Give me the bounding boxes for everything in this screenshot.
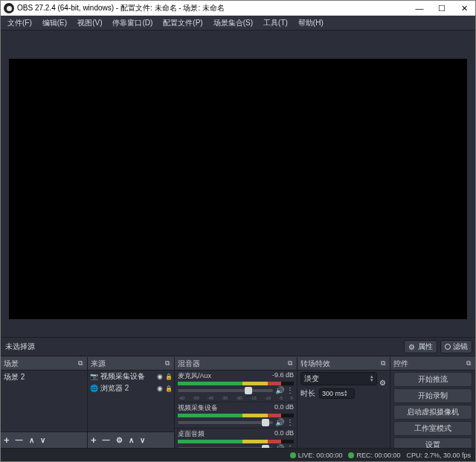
start-stream-button[interactable]: 开始推流 <box>393 372 472 387</box>
context-toolbar: 未选择源 属性 滤镜 <box>1 337 475 356</box>
volume-slider[interactable] <box>178 447 273 449</box>
docks-container: 场景 ⧉ 场景 2 + — ∧ ∨ 来源 ⧉ 📷 <box>1 356 475 448</box>
channel-name: 桌面音频 <box>178 429 205 439</box>
status-live: LIVE: 00:00:00 <box>290 452 343 459</box>
popout-icon[interactable]: ⧉ <box>286 359 294 368</box>
maximize-button[interactable]: ☐ <box>431 1 453 16</box>
source-label: 浏览器 2 <box>100 383 155 394</box>
lock-toggle[interactable]: 🔒 <box>165 385 173 392</box>
mixer-channel: 桌面音频0.0 dB🔊⋮ <box>175 429 297 448</box>
transition-settings-button[interactable] <box>379 375 387 382</box>
scenes-footer: + — ∧ ∨ <box>1 431 87 448</box>
menu-help[interactable]: 帮助(H) <box>293 16 329 30</box>
vu-meter <box>178 440 294 443</box>
window-title: OBS 27.2.4 (64-bit, windows) - 配置文件: 未命名… <box>17 3 408 13</box>
popout-icon[interactable]: ⧉ <box>164 359 171 368</box>
channel-db: 0.0 dB <box>274 403 294 413</box>
source-label: 视频采集设备 <box>100 371 155 382</box>
settings-button[interactable]: 设置 <box>393 437 472 448</box>
channel-name: 麦克风/Aux <box>178 371 211 381</box>
transitions-header[interactable]: 转场特效 ⧉ <box>298 357 390 370</box>
menu-tools[interactable]: 工具(T) <box>258 16 293 30</box>
chevron-updown-icon: ▴▾ <box>370 375 373 382</box>
properties-button[interactable]: 属性 <box>404 340 437 353</box>
scene-down-button[interactable]: ∨ <box>40 437 45 444</box>
properties-label: 属性 <box>418 341 433 352</box>
duration-value: 300 ms <box>322 390 344 397</box>
scenes-title: 场景 <box>4 359 19 369</box>
lock-toggle[interactable]: 🔒 <box>165 373 173 380</box>
speaker-icon[interactable]: 🔊 <box>275 418 284 426</box>
scenes-dock: 场景 ⧉ 场景 2 + — ∧ ∨ <box>1 357 88 448</box>
preview-canvas[interactable] <box>9 59 467 319</box>
transition-select[interactable]: 淡变 ▴▾ <box>300 372 377 385</box>
rec-dot-icon <box>348 452 354 458</box>
sources-footer: + — ⚙ ∧ ∨ <box>88 431 174 448</box>
statusbar: LIVE: 00:00:00 REC: 00:00:00 CPU: 2.7%, … <box>1 448 475 461</box>
context-label: 未选择源 <box>1 341 404 352</box>
source-row[interactable]: 🌐 浏览器 2 ◉ 🔒 <box>88 382 174 394</box>
mixer-header[interactable]: 混音器 ⧉ <box>175 357 297 370</box>
transitions-title: 转场特效 <box>300 359 330 369</box>
menu-edit[interactable]: 编辑(E) <box>37 16 72 30</box>
visibility-toggle[interactable]: ◉ <box>157 373 163 380</box>
remove-scene-button[interactable]: — <box>16 437 23 444</box>
minimize-button[interactable]: — <box>408 1 431 16</box>
channel-db: 0.0 dB <box>274 429 294 439</box>
sources-title: 来源 <box>91 359 106 369</box>
sources-dock: 来源 ⧉ 📷 视频采集设备 ◉ 🔒 🌐 浏览器 2 ◉ 🔒 <box>88 357 175 448</box>
volume-slider[interactable] <box>178 421 273 424</box>
transitions-dock: 转场特效 ⧉ 淡变 ▴▾ 时长 300 ms <box>298 357 390 448</box>
menu-docks[interactable]: 停靠窗口(D) <box>107 16 158 30</box>
channel-menu-button[interactable]: ⋮ <box>286 418 294 426</box>
meter-ticks: -60-50-40-35-30-15-10-50 <box>178 396 294 400</box>
duration-input[interactable]: 300 ms ▴▾ <box>319 388 355 399</box>
sources-header[interactable]: 来源 ⧉ <box>88 357 174 370</box>
remove-source-button[interactable]: — <box>103 437 110 444</box>
mixer-title: 混音器 <box>178 359 200 369</box>
channel-name: 视频采集设备 <box>178 403 218 413</box>
start-record-button[interactable]: 开始录制 <box>393 388 472 403</box>
vu-meter <box>178 414 294 417</box>
app-logo-icon <box>4 3 14 13</box>
controls-title: 控件 <box>393 359 408 369</box>
source-up-button[interactable]: ∧ <box>129 437 134 444</box>
channel-db: -9.6 dB <box>272 371 294 381</box>
menu-scenecol[interactable]: 场景集合(S) <box>208 16 258 30</box>
add-source-button[interactable]: + <box>91 435 97 445</box>
add-scene-button[interactable]: + <box>4 435 10 445</box>
scenes-header[interactable]: 场景 ⧉ <box>1 357 87 370</box>
menu-view[interactable]: 视图(V) <box>72 16 107 30</box>
duration-label: 时长 <box>300 388 315 399</box>
globe-icon: 🌐 <box>89 385 98 392</box>
channel-menu-button[interactable]: ⋮ <box>286 386 294 394</box>
popout-icon[interactable]: ⧉ <box>379 359 387 368</box>
menu-file[interactable]: 文件(F) <box>2 16 37 30</box>
vu-meter <box>178 382 294 385</box>
source-row[interactable]: 📷 视频采集设备 ◉ 🔒 <box>88 370 174 382</box>
source-props-button[interactable]: ⚙ <box>116 437 123 444</box>
popout-icon[interactable]: ⧉ <box>77 359 84 368</box>
close-button[interactable]: ✕ <box>453 1 475 16</box>
studio-mode-button[interactable]: 工作室模式 <box>393 421 472 436</box>
filters-label: 滤镜 <box>453 341 468 352</box>
speaker-icon[interactable]: 🔊 <box>275 386 284 394</box>
stepper-icon[interactable]: ▴▾ <box>344 390 347 397</box>
menubar: 文件(F) 编辑(E) 视图(V) 停靠窗口(D) 配置文件(P) 场景集合(S… <box>1 16 475 31</box>
source-down-button[interactable]: ∨ <box>140 437 145 444</box>
window-titlebar: OBS 27.2.4 (64-bit, windows) - 配置文件: 未命名… <box>1 1 475 16</box>
preview-area <box>1 31 475 337</box>
visibility-toggle[interactable]: ◉ <box>157 385 163 392</box>
gear-icon <box>408 343 416 350</box>
controls-header[interactable]: 控件 ⧉ <box>390 357 475 370</box>
filter-icon <box>445 344 451 350</box>
volume-slider[interactable] <box>178 389 273 392</box>
filters-button[interactable]: 滤镜 <box>440 340 472 353</box>
popout-icon[interactable]: ⧉ <box>465 359 472 368</box>
scene-item[interactable]: 场景 2 <box>1 370 87 384</box>
scene-up-button[interactable]: ∧ <box>29 437 34 444</box>
menu-profile[interactable]: 配置文件(P) <box>158 16 208 30</box>
status-cpu: CPU: 2.7%, 30.00 fps <box>406 452 471 459</box>
start-virtualcam-button[interactable]: 启动虚拟摄像机 <box>393 405 472 420</box>
camera-icon: 📷 <box>89 373 98 380</box>
